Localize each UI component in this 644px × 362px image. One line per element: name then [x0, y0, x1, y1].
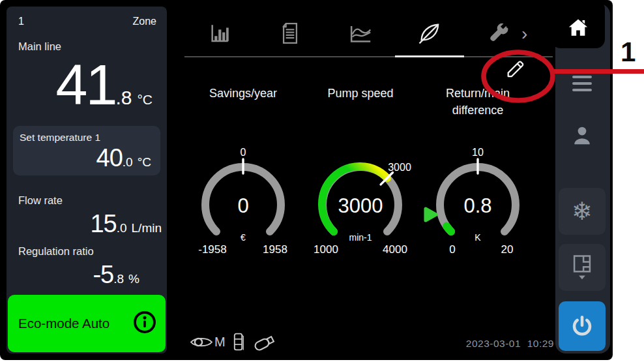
power-icon	[570, 314, 594, 338]
regulation-ratio-label: Regulation ratio	[18, 245, 94, 258]
edit-button[interactable]	[505, 57, 529, 82]
gauge-pump-speed: 3000 3000 min-1 1000 4000	[305, 145, 416, 257]
module-icon	[231, 332, 246, 352]
gauge-savings: 0 0 € -1958 1958	[188, 145, 299, 257]
regulation-ratio-value: -5 .8 %	[7, 261, 167, 289]
wrench-icon	[488, 22, 510, 44]
gauge-min: 1000	[314, 243, 338, 256]
set-temperature-label: Set temperature 1	[20, 132, 100, 143]
main-line-value: 41 .8 °C	[7, 56, 167, 113]
tab-report[interactable]	[278, 21, 302, 46]
bar-chart-icon	[209, 22, 231, 44]
flow-rate-label: Flow rate	[18, 194, 63, 207]
info-icon[interactable]	[133, 310, 156, 337]
monitor-mode-letter: M	[214, 335, 226, 350]
report-icon	[280, 22, 300, 44]
device-screen: 1 Zone Main line 41 .8 °C Set temperatur…	[0, 0, 613, 360]
gauge-tick-label: 0	[241, 147, 246, 158]
gauge-title-savings: Savings/year	[188, 85, 299, 102]
gauge-value: 0.8	[463, 194, 491, 217]
screenshot-stage: 1 Zone Main line 41 .8 °C Set temperatur…	[0, 0, 644, 362]
gauge-value: 3000	[338, 194, 383, 217]
zone-number: 1	[18, 16, 24, 27]
tab-bar-chart[interactable]	[207, 21, 232, 46]
set-temperature-card[interactable]: Set temperature 1 40 .0 °C	[13, 126, 160, 175]
gauge-max: 20	[501, 243, 514, 256]
tabs-more-chevron-icon[interactable]: ›	[521, 23, 527, 44]
zone-panel: 1 Zone Main line 41 .8 °C Set temperatur…	[7, 7, 167, 354]
zone-label: Zone	[133, 16, 156, 27]
gauge-tick-label: 10	[472, 147, 484, 158]
status-icons: M	[190, 332, 279, 352]
gauge-value: 0	[237, 194, 248, 217]
gauge-title-return-diff: Return/main difference	[422, 85, 533, 119]
date: 2023-03-01	[466, 338, 521, 349]
gauge-return-diff: 10 0.8 K 0 20	[422, 145, 533, 257]
gauge-max: 4000	[383, 243, 407, 256]
zones-icon	[571, 254, 593, 281]
set-temperature-value: 40 .0 °C	[13, 144, 160, 172]
main-line-label: Main line	[18, 40, 61, 53]
home-button[interactable]	[551, 0, 605, 48]
menu-button[interactable]	[572, 76, 592, 95]
annotation-number: 1	[621, 37, 636, 68]
tab-underline-active	[395, 55, 464, 57]
tab-settings[interactable]	[486, 21, 511, 46]
time: 10:29	[527, 338, 554, 349]
flow-rate-value: 15 .0 L/min	[7, 210, 167, 238]
user-button[interactable]	[571, 124, 593, 150]
tab-eco[interactable]	[417, 21, 442, 46]
tab-underline	[184, 56, 553, 57]
zones-button[interactable]	[559, 244, 606, 291]
usb-stick-icon	[252, 332, 279, 352]
gauge-min: 0	[449, 243, 455, 256]
annotation-line	[551, 69, 644, 74]
gauge-tick-label: 3000	[388, 162, 411, 173]
eco-mode-button[interactable]: Eco-mode Auto	[8, 295, 166, 352]
home-icon	[567, 17, 589, 38]
menu-icon	[572, 76, 592, 78]
gauge-min: -1958	[198, 243, 226, 256]
pencil-icon	[505, 57, 527, 80]
gauge-max: 1958	[263, 243, 287, 256]
gauge-unit: min-1	[349, 232, 372, 243]
gauge-unit: €	[241, 232, 246, 243]
eco-mode-label: Eco-mode Auto	[18, 316, 110, 331]
leaf-icon	[417, 21, 442, 46]
snowflake-icon: ❄	[572, 197, 593, 226]
gauge-title-pump-speed: Pump speed	[305, 85, 416, 102]
datetime: 2023-03-01 10:29	[417, 338, 554, 350]
gauge-unit: K	[475, 232, 481, 243]
user-icon	[571, 124, 593, 147]
gauge-marker-arrow-icon	[426, 209, 436, 220]
eye-icon	[190, 334, 213, 350]
tab-trend[interactable]	[348, 21, 373, 46]
trend-icon	[349, 22, 372, 44]
chevron-down-icon	[579, 276, 585, 280]
defrost-button[interactable]: ❄	[559, 188, 606, 235]
power-button[interactable]	[559, 301, 606, 351]
